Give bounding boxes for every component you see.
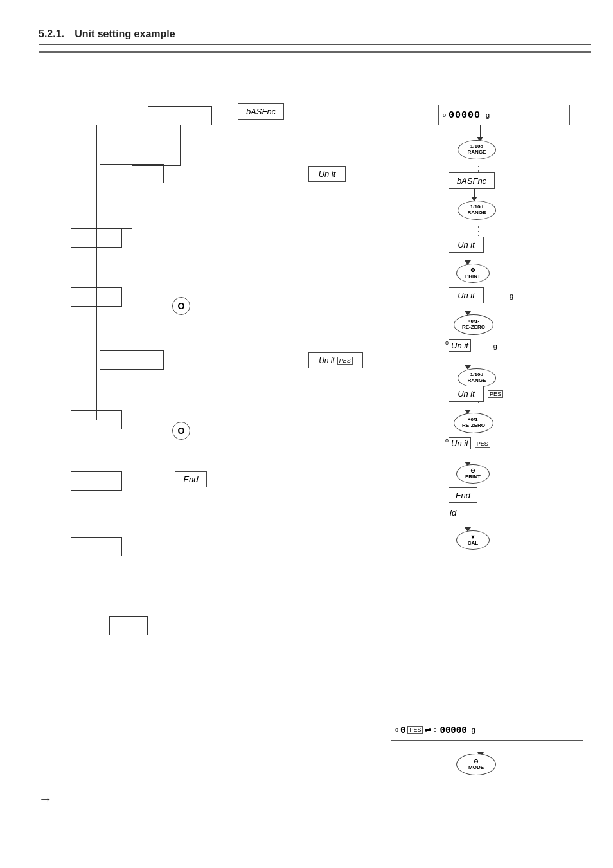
arrow-unit-g	[465, 303, 471, 316]
line-v-4	[132, 293, 132, 352]
label-unit1: Un it	[308, 166, 346, 182]
line-v-5	[96, 293, 97, 420]
scale-bottom-pre: o	[395, 727, 398, 733]
scale-bottom-digits: 00000	[440, 725, 466, 735]
g-label-1: g	[510, 292, 513, 300]
unit1-text: Un it	[319, 169, 336, 179]
btn-range-2[interactable]: 1/10d RANGE	[458, 201, 496, 220]
scale-pre-o: o	[443, 112, 446, 118]
scale-bottom-zero: 0	[400, 725, 405, 735]
btn-range-1[interactable]: 1/10d RANGE	[458, 140, 496, 159]
scale-display-bottom: o 0 PES ⇌ o 00000 g	[391, 719, 583, 741]
arrow-basfnc	[471, 189, 477, 201]
line-h-4	[132, 350, 151, 351]
page-title: 5.2.1. Unit setting example	[39, 24, 591, 45]
line-h-6	[96, 471, 122, 472]
unit-sup-row: o Un it g	[445, 339, 497, 352]
unit-pes-sup-text: o Un it	[445, 437, 471, 449]
line-9	[109, 616, 110, 617]
unit-pes-text: Un it	[319, 356, 335, 365]
end-text: End	[183, 475, 198, 484]
right-unit-pes-label: Un it	[449, 386, 484, 402]
scale-arrow-sym: ⇌	[425, 725, 431, 734]
scale-digits-top: 00000	[449, 110, 481, 121]
label-end: End	[175, 471, 207, 487]
scale-unit-g-top: g	[486, 111, 490, 119]
line-h-2	[96, 228, 132, 229]
line-h-7	[84, 537, 122, 538]
btn-mode[interactable]: ⊙ MODE	[456, 754, 496, 775]
arrow-sup-unit	[465, 357, 471, 370]
scale-bottom-pes: PES	[407, 726, 423, 734]
right-label-unit-1: Un it	[449, 237, 484, 253]
arrow-after-top-display	[477, 125, 483, 141]
right-unit-pes-row: Un it PES	[449, 386, 503, 402]
basfnc-text: bASFnc	[246, 107, 276, 116]
line-1-2	[180, 125, 181, 165]
right-label-end: End	[449, 487, 477, 503]
right-label-basfnc: bASFnc	[449, 172, 495, 189]
line-v-6	[84, 293, 84, 492]
unit-pes-sup-row: o Un it PES	[445, 437, 490, 449]
line-h-5	[96, 410, 122, 411]
section-number: 5.2.1.	[39, 28, 64, 39]
btn-rezero-1[interactable]: +0/1- RE-ZERO	[454, 314, 493, 335]
flow-box-7	[71, 471, 122, 491]
line-h-3	[96, 287, 122, 288]
right-end-text: End	[456, 491, 470, 500]
right-basfnc-text: bASFnc	[457, 176, 486, 186]
unit-sup-text: o Un it	[445, 339, 471, 352]
g-label-2: g	[493, 342, 497, 350]
btn-print-2[interactable]: ⊙ PRINT	[456, 464, 490, 484]
unit-g-row: Un it g	[449, 287, 513, 303]
flow-box-5	[100, 350, 164, 370]
arrow-unit-pes	[465, 402, 471, 414]
pes-badge-right: PES	[488, 390, 503, 398]
line-h-1	[132, 165, 181, 166]
title-rule	[39, 51, 591, 53]
circle-o-2: O	[172, 422, 190, 440]
arrow-right-bottom: →	[39, 791, 53, 808]
label-basfnc: bASFnc	[238, 103, 284, 120]
scale-bottom-g: g	[472, 726, 475, 734]
pes-badge-sup: PES	[475, 440, 490, 448]
scale-bottom-o2: o	[433, 727, 436, 733]
id-label: id	[450, 508, 456, 518]
label-unit-pes: Un it PES	[308, 352, 363, 368]
scale-display-top: o 00000 g	[438, 105, 570, 125]
btn-cal[interactable]: ▼ CAL	[456, 530, 490, 550]
btn-rezero-2[interactable]: +0/1- RE-ZERO	[454, 413, 493, 433]
flow-box-9	[109, 616, 148, 635]
right-label-unit-g: Un it	[449, 287, 484, 303]
right-unit1-text: Un it	[458, 240, 475, 249]
btn-print-1[interactable]: ⊙ PRINT	[456, 264, 490, 283]
pes-badge: PES	[337, 357, 353, 365]
dots-2: ⋮	[473, 224, 486, 238]
line-left-2	[96, 125, 97, 293]
flow-box-1	[148, 106, 212, 125]
circle-o-1: O	[172, 297, 190, 315]
btn-range-3[interactable]: 1/10d RANGE	[458, 368, 496, 388]
line-left-main	[132, 125, 132, 228]
flow-box-8	[71, 537, 122, 556]
section-title: Unit setting example	[75, 28, 175, 39]
